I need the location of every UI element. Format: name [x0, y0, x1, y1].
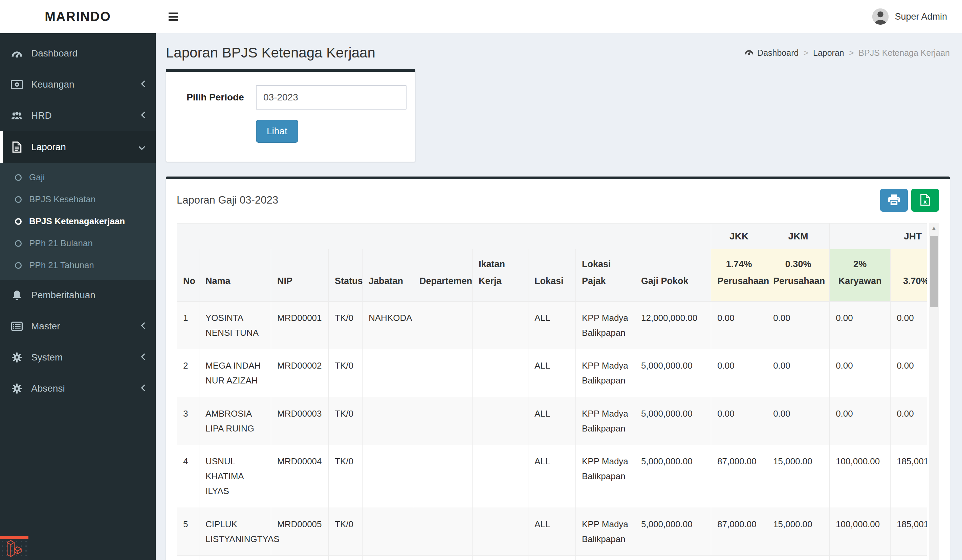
col-header-jht-perusahaan: 3.70% Perusahaan: [891, 249, 927, 301]
report-table-zone: JKK JKM JHT No Nama NIP Status Jabatan D…: [177, 223, 939, 560]
cell-jabatan: [363, 555, 413, 560]
sidebar-item-label: Laporan: [31, 142, 66, 153]
cell-gaji_pokok: 5,000,000.00: [635, 508, 711, 555]
sidebar-item-system[interactable]: System: [0, 342, 156, 373]
top-navbar: Super Admin: [156, 0, 962, 33]
print-button[interactable]: [880, 189, 908, 212]
cell-status: TK/0: [329, 445, 363, 508]
cell-lokasi: ALL: [528, 555, 576, 560]
cell-departemen: [413, 349, 473, 397]
sidebar-item-master[interactable]: Master: [0, 311, 156, 342]
page-title: Laporan BPJS Ketenaga Kerjaan: [166, 45, 375, 61]
vertical-scrollbar[interactable]: ▲ ▼: [929, 223, 939, 560]
money-icon: [11, 80, 23, 89]
breadcrumb-laporan[interactable]: Laporan: [813, 48, 844, 58]
cell-nama: YOSINTA NENSI TUNA: [199, 301, 271, 349]
sidebar-item-dashboard[interactable]: Dashboard: [0, 38, 156, 69]
laravel-debugbar-toggle[interactable]: [0, 536, 28, 560]
cell-jkk_perusahaan: 87,000.00: [711, 555, 767, 560]
cell-jabatan: [363, 508, 413, 555]
user-avatar: [872, 8, 889, 25]
sidebar-subitem-label: PPh 21 Bulanan: [29, 238, 93, 249]
cell-status: TK/0: [329, 349, 363, 397]
sidebar-item-keuangan[interactable]: Keuangan: [0, 69, 156, 100]
period-label: Pilih Periode: [175, 92, 256, 103]
brand-logo[interactable]: MARINDO: [0, 0, 156, 33]
cell-jkm_perusahaan: 0.00: [767, 397, 830, 445]
cell-lokasi_pajak: KPP Madya Balikpapan: [576, 555, 635, 560]
sidebar-subitem-pph21-bulanan[interactable]: PPh 21 Bulanan: [0, 232, 156, 254]
report-table: JKK JKM JHT No Nama NIP Status Jabatan D…: [177, 223, 927, 560]
col-header-jkm-perusahaan: 0.30% Perusahaan: [767, 249, 830, 301]
cell-ikatan_kerja: [473, 301, 528, 349]
cell-ikatan_kerja: [473, 445, 528, 508]
cell-jht_karyawan: 0.00: [830, 397, 891, 445]
laravel-logo-icon: [5, 539, 23, 560]
cell-ikatan_kerja: [473, 508, 528, 555]
circle-o-icon: [15, 240, 22, 247]
cell-no: 3: [177, 397, 199, 445]
breadcrumb: Dashboard > Laporan > BPJS Ketenaga Kerj…: [744, 48, 950, 58]
sidebar-subitem-label: Gaji: [29, 172, 45, 183]
export-excel-button[interactable]: x: [911, 189, 939, 212]
circle-o-icon: [15, 218, 22, 225]
file-text-icon: [11, 142, 23, 153]
report-table-clip: JKK JKM JHT No Nama NIP Status Jabatan D…: [177, 223, 927, 560]
sidebar-nav: Dashboard Keuangan HRD Laporan: [0, 33, 156, 404]
table-row: 5CIPLUK LISTYANINGTYASMRD00005TK/0ALLKPP…: [177, 508, 927, 555]
col-header-nama: Nama: [199, 249, 271, 301]
period-input[interactable]: [256, 85, 407, 109]
chevron-left-icon: [141, 79, 145, 90]
cell-gaji_pokok: 5,000,000.00: [635, 555, 711, 560]
cell-jht_perusahaan: 185,001.: [891, 445, 927, 508]
cell-lokasi_pajak: KPP Madya Balikpapan: [576, 397, 635, 445]
col-header-jkk-perusahaan: 1.74% Perusahaan: [711, 249, 767, 301]
user-name: Super Admin: [895, 11, 947, 22]
cell-status: TK/0: [329, 508, 363, 555]
cell-gaji_pokok: 12,000,000.00: [635, 301, 711, 349]
col-header-no: No: [177, 249, 199, 301]
sidebar-item-laporan[interactable]: Laporan: [0, 131, 156, 163]
cell-jkm_perusahaan: 15,000.00: [767, 508, 830, 555]
hamburger-icon[interactable]: [156, 11, 191, 23]
cell-nip: MRD00003: [271, 397, 329, 445]
sidebar-item-pemberitahuan[interactable]: Pemberitahuan: [0, 280, 156, 311]
scroll-up-icon[interactable]: ▲: [929, 223, 939, 233]
lihat-button[interactable]: Lihat: [256, 120, 298, 143]
chevron-left-icon: [141, 383, 145, 394]
cell-jabatan: [363, 445, 413, 508]
sidebar-item-label: HRD: [31, 110, 52, 121]
table-row: 1YOSINTA NENSI TUNAMRD00001TK/0NAHKODAAL…: [177, 301, 927, 349]
report-title: Laporan Gaji 03-2023: [177, 194, 278, 206]
breadcrumb-dashboard[interactable]: Dashboard: [744, 48, 799, 58]
cell-status: TK/0: [329, 301, 363, 349]
sidebar-subitem-bpjs-ketenagakerjaan[interactable]: BPJS Ketenagakerjaan: [0, 210, 156, 232]
breadcrumb-separator: >: [803, 48, 808, 58]
sidebar-item-absensi[interactable]: Absensi: [0, 373, 156, 404]
cell-no: 2: [177, 349, 199, 397]
circle-o-icon: [15, 196, 22, 203]
cell-jkk_perusahaan: 0.00: [711, 349, 767, 397]
sidebar-subitem-bpjs-kesehatan[interactable]: BPJS Kesehatan: [0, 188, 156, 210]
gear-icon: [11, 383, 23, 394]
cell-jht_karyawan: 0.00: [830, 349, 891, 397]
user-menu[interactable]: Super Admin: [872, 8, 962, 25]
chevron-left-icon: [141, 352, 145, 363]
cell-nip: MRD00002: [271, 349, 329, 397]
report-card: Laporan Gaji 03-2023 x: [166, 177, 950, 560]
sidebar-subitem-gaji[interactable]: Gaji: [0, 166, 156, 188]
cell-jkm_perusahaan: 15,000.00: [767, 445, 830, 508]
breadcrumb-separator: >: [849, 48, 854, 58]
cell-jkk_perusahaan: 87,000.00: [711, 445, 767, 508]
vertical-scroll-thumb[interactable]: [930, 236, 938, 307]
sidebar-item-hrd[interactable]: HRD: [0, 100, 156, 131]
cell-jht_perusahaan: 0.00: [891, 301, 927, 349]
cell-nama: USNUL KHATIMA ILYAS: [199, 445, 271, 508]
sidebar-subitem-pph21-tahunan[interactable]: PPh 21 Tahunan: [0, 254, 156, 276]
cell-nip: MRD00004: [271, 445, 329, 508]
sidebar-item-label: Pemberitahuan: [31, 290, 95, 301]
col-header-status: Status: [329, 249, 363, 301]
svg-text:x: x: [923, 198, 927, 205]
printer-icon: [888, 195, 900, 206]
cell-lokasi: ALL: [528, 349, 576, 397]
